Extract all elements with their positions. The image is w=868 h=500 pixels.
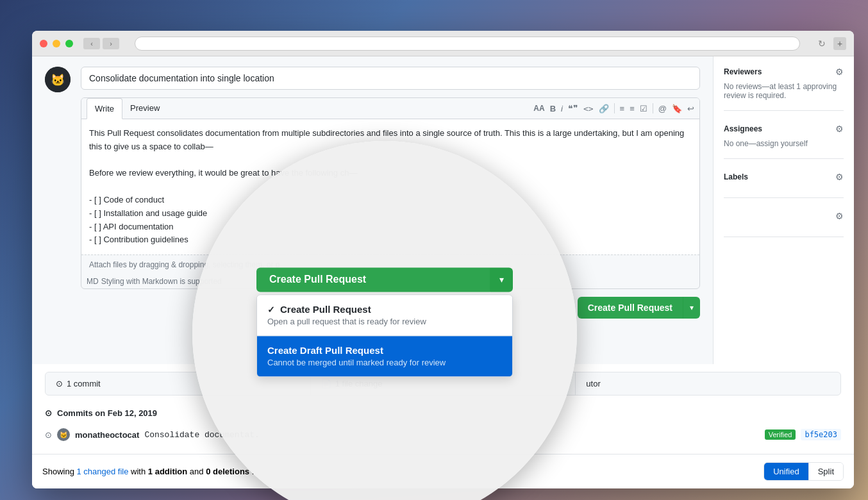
close-button[interactable] bbox=[40, 40, 47, 47]
link-icon[interactable]: 🔗 bbox=[599, 104, 609, 113]
forward-button[interactable]: › bbox=[103, 38, 119, 49]
commits-area: ⊙ 1 commit 📄 1 file change utor ⊙ Commit… bbox=[32, 364, 854, 454]
contributor-item[interactable]: utor bbox=[576, 372, 840, 395]
left-main: 🐱 Write Preview AA bbox=[32, 56, 713, 364]
reviewers-text: No reviews—at least 1 approving review i… bbox=[724, 82, 844, 100]
file-change-info: Showing 1 changed file with 1 addition a… bbox=[42, 467, 254, 476]
preview-tab[interactable]: Preview bbox=[122, 98, 167, 119]
commit-date-text: Commits on Feb 12, 2019 bbox=[57, 408, 157, 418]
editor-body[interactable]: This Pull Request consolidates documenta… bbox=[81, 119, 699, 254]
assignees-section: Assignees ⚙ No one—assign yourself bbox=[724, 124, 844, 159]
assignees-header: Assignees ⚙ bbox=[724, 124, 844, 134]
browser-window: ‹ › ↻ + 🐱 bbox=[32, 31, 854, 488]
diff-view-buttons: Unified Split bbox=[764, 462, 844, 481]
reviewers-title: Reviewers bbox=[724, 67, 762, 76]
files-icon: 📄 bbox=[321, 379, 331, 388]
bottom-bar: Showing 1 changed file with 1 addition a… bbox=[32, 454, 854, 488]
italic-icon[interactable]: i bbox=[561, 104, 563, 113]
task-list-icon[interactable]: ☑ bbox=[640, 104, 647, 113]
commits-icon: ⊙ bbox=[56, 379, 63, 388]
minimize-button[interactable] bbox=[53, 40, 60, 47]
font-size-icon[interactable]: AA bbox=[533, 104, 544, 113]
commits-label: 1 commit bbox=[67, 379, 101, 388]
new-tab-button[interactable]: + bbox=[833, 37, 846, 50]
create-pr-button-group: Create Pull Request ▾ bbox=[578, 297, 700, 319]
form-col: Write Preview AA B i ❝❞ <> 🔗 ≡ bbox=[81, 67, 700, 354]
labels-header: Labels ⚙ bbox=[724, 172, 844, 182]
split-view-button[interactable]: Split bbox=[809, 463, 843, 480]
additions-text: 1 addition bbox=[148, 467, 187, 476]
reviewers-header: Reviewers ⚙ bbox=[724, 67, 844, 77]
url-bar[interactable] bbox=[135, 37, 800, 51]
bold-icon[interactable]: B bbox=[550, 104, 556, 113]
sidebar: Reviewers ⚙ No reviews—at least 1 approv… bbox=[713, 56, 854, 364]
avatar-col: 🐱 bbox=[45, 67, 71, 354]
editor-container: Write Preview AA B i ❝❞ <> 🔗 ≡ bbox=[81, 97, 700, 289]
labels-title: Labels bbox=[724, 172, 748, 181]
labels-gear-icon[interactable]: ⚙ bbox=[835, 172, 844, 182]
commit-item: ⊙ 🐱 monatheoctocat Consolidate documenta… bbox=[45, 423, 841, 446]
contributor-label: utor bbox=[586, 379, 600, 388]
reviewers-section: Reviewers ⚙ No reviews—at least 1 approv… bbox=[724, 67, 844, 111]
commit-author[interactable]: monatheoctocat bbox=[75, 430, 139, 440]
submit-area: Create Pull Request ▾ bbox=[81, 297, 700, 319]
code-icon[interactable]: <> bbox=[583, 104, 594, 113]
commit-branch-icon: ⊙ bbox=[45, 430, 52, 440]
divider2 bbox=[653, 103, 653, 113]
mention-icon[interactable]: @ bbox=[658, 104, 667, 113]
top-section: 🐱 Write Preview AA bbox=[32, 56, 854, 364]
commits-bar: ⊙ 1 commit 📄 1 file change utor bbox=[45, 372, 841, 396]
quote-icon[interactable]: ❝❞ bbox=[568, 103, 578, 113]
back-button[interactable]: ‹ bbox=[83, 38, 100, 49]
titlebar: ‹ › ↻ + bbox=[32, 31, 854, 56]
reviewers-gear-icon[interactable]: ⚙ bbox=[835, 67, 844, 77]
commits-count-item[interactable]: ⊙ 1 commit bbox=[46, 372, 311, 395]
markdown-hint: MD Styling with Markdown is supported bbox=[81, 274, 699, 288]
ordered-list-icon[interactable]: ≡ bbox=[630, 104, 635, 113]
commit-section: ⊙ Commits on Feb 12, 2019 ⊙ 🐱 monatheoct… bbox=[45, 403, 841, 446]
refresh-icon[interactable]: ↻ bbox=[815, 37, 828, 50]
unified-view-button[interactable]: Unified bbox=[764, 463, 808, 480]
files-count-item[interactable]: 📄 1 file change bbox=[311, 372, 576, 395]
commit-verified-badge: Verified bbox=[765, 429, 796, 440]
create-pr-main-button[interactable]: Create Pull Request bbox=[578, 297, 683, 319]
commit-message: Consolidate documentat. bbox=[144, 430, 759, 440]
commit-date: ⊙ Commits on Feb 12, 2019 bbox=[45, 403, 841, 423]
reference-icon[interactable]: 🔖 bbox=[672, 104, 682, 113]
milestone-gear-icon[interactable]: ⚙ bbox=[835, 211, 844, 221]
avatar: 🐱 bbox=[45, 67, 71, 92]
markdown-icon: MD bbox=[87, 277, 99, 286]
write-tab[interactable]: Write bbox=[87, 98, 122, 119]
nav-buttons: ‹ › bbox=[83, 38, 119, 49]
changed-files-link[interactable]: 1 changed file bbox=[77, 467, 129, 476]
milestone-header: ⚙ bbox=[724, 211, 844, 221]
reply-icon[interactable]: ↩ bbox=[687, 104, 694, 113]
pr-title-input[interactable] bbox=[81, 67, 700, 90]
attach-hint: Attach files by dragging & dropping, sel… bbox=[89, 260, 280, 269]
files-label: 1 file change bbox=[335, 379, 383, 388]
editor-footer: Attach files by dragging & dropping, sel… bbox=[81, 254, 699, 274]
fullscreen-button[interactable] bbox=[65, 40, 73, 47]
commit-avatar: 🐱 bbox=[57, 428, 70, 441]
deletions-text: 0 deletions bbox=[206, 467, 249, 476]
editor-toolbar: AA B i ❝❞ <> 🔗 ≡ ≡ ☑ bbox=[533, 103, 694, 113]
svg-text:🐱: 🐱 bbox=[51, 73, 65, 87]
unordered-list-icon[interactable]: ≡ bbox=[620, 104, 625, 113]
assignees-gear-icon[interactable]: ⚙ bbox=[835, 124, 844, 134]
editor-tabs: Write Preview AA B i ❝❞ <> 🔗 ≡ bbox=[81, 98, 699, 119]
page-body: 🐱 Write Preview AA bbox=[32, 56, 854, 488]
commit-date-icon: ⊙ bbox=[45, 408, 52, 418]
milestone-section: ⚙ bbox=[724, 211, 844, 237]
assignees-text: No one—assign yourself bbox=[724, 139, 844, 148]
assignees-title: Assignees bbox=[724, 124, 762, 133]
divider bbox=[614, 103, 615, 113]
labels-section: Labels ⚙ bbox=[724, 172, 844, 198]
create-pr-dropdown-button[interactable]: ▾ bbox=[683, 297, 700, 319]
commit-sha[interactable]: bf5e203 bbox=[801, 429, 841, 440]
